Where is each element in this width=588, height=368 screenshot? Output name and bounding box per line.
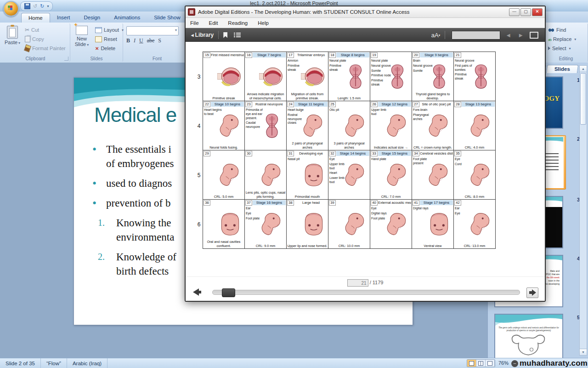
status-slide-count: Slide 2 of 35: [0, 358, 41, 368]
tab-slides[interactable]: Slides: [546, 65, 578, 73]
panel-scrollbar-thumb[interactable]: [580, 73, 586, 125]
chart-cell-21: 21Neural grooveFirst pairs of somitesPri…: [453, 52, 496, 101]
cell-labels: Heart begins to beat: [204, 108, 224, 117]
bookmark-icon[interactable]: [223, 32, 227, 38]
select-button[interactable]: Select: [548, 44, 576, 53]
cell-label: Rostral neuropore closes: [288, 113, 308, 125]
cell-label: Heart bulge: [288, 108, 308, 112]
cell-labels: Neural plateNeural grooveSomitePrimitive…: [371, 59, 391, 88]
page-number-input[interactable]: [347, 279, 368, 287]
cell-caption: CRL: 9.0 mm: [245, 244, 286, 248]
new-slide-icon: [76, 26, 88, 35]
cell-label: Foot plate: [246, 217, 266, 221]
toc-list-icon[interactable]: [234, 32, 241, 38]
chart-cell-38: 38Large headUpper lip and nose formed.: [286, 199, 328, 249]
redo-icon[interactable]: ↻: [40, 4, 44, 9]
chart-cell-31: 31Developing eyeNasal pitPrimordial mout…: [286, 150, 328, 200]
chart-cell-15: 15First missed menstrual periodPrimitive…: [203, 52, 245, 101]
cell-label: First pairs of somites: [455, 64, 475, 72]
undo-icon[interactable]: ↺: [33, 4, 37, 9]
new-slide-button[interactable]: New Slide: [71, 26, 92, 48]
cell-labels: Upper limb bud: [371, 108, 391, 117]
chart-cell-24: 24Stage 11 beginsHeart bulgeRostral neur…: [286, 101, 328, 150]
embryo-illustration-icon: [217, 207, 243, 242]
ribbon-tab-design[interactable]: Design: [77, 13, 107, 23]
shadow-button[interactable]: S: [158, 37, 161, 44]
slide-text-line: environmenta: [116, 230, 174, 244]
delete-button[interactable]: Delete: [95, 44, 124, 53]
prev-page-icon[interactable]: ◄: [505, 32, 511, 39]
cell-caption: CRL: 7.0 mm: [371, 195, 411, 199]
cell-caption: Thyroid gland begins to develop.: [413, 92, 453, 100]
strikethrough-button[interactable]: abe: [147, 37, 155, 44]
cell-label: Ear: [246, 207, 266, 211]
slideshow-button[interactable]: [486, 360, 495, 367]
font-group: B I U abe S Font: [123, 23, 192, 62]
layout-icon: [95, 27, 102, 33]
italic-button[interactable]: I: [134, 37, 136, 44]
next-page-icon[interactable]: ►: [518, 32, 524, 39]
slide-sorter-button[interactable]: [476, 360, 486, 367]
underline-button[interactable]: U: [139, 37, 143, 44]
page-back-arrow[interactable]: [193, 288, 199, 296]
panel-scroll-down-icon[interactable]: ▼: [580, 349, 587, 355]
replace-button[interactable]: Replace: [548, 34, 576, 44]
ribbon-tab-home[interactable]: Home: [21, 13, 50, 23]
menu-reading[interactable]: Reading: [228, 20, 248, 26]
bold-button[interactable]: B: [126, 37, 130, 44]
menu-file[interactable]: File: [190, 20, 199, 26]
maximize-button[interactable]: ▢: [520, 8, 531, 16]
ribbon-tab-slide-show[interactable]: Slide Show: [147, 13, 187, 23]
ribbon-tab-animations[interactable]: Animations: [107, 13, 147, 23]
reset-icon: [95, 36, 102, 42]
qat-dropdown-icon[interactable]: ▾: [47, 4, 49, 8]
office-button[interactable]: [3, 1, 19, 17]
font-select[interactable]: [126, 26, 179, 35]
page-forward-arrow[interactable]: [526, 288, 538, 298]
menu-help[interactable]: Help: [258, 20, 269, 26]
save-icon[interactable]: [24, 3, 30, 9]
page-slider[interactable]: [212, 290, 520, 295]
ade-menubar: FileEditReadingHelp: [186, 18, 545, 28]
cell-label: Heart begins to beat: [204, 108, 224, 116]
panel-scrollbar[interactable]: ▲ ▼: [579, 65, 587, 356]
close-button[interactable]: ✕: [532, 8, 543, 16]
bullet-marker: •: [92, 196, 106, 210]
chart-cell-40: 40External acoustic meatusEyeDigital ray…: [370, 199, 412, 249]
page-slider-thumb[interactable]: [222, 288, 235, 297]
zoom-level[interactable]: 76%: [498, 360, 509, 366]
cell-label: Primitive streak: [371, 79, 391, 87]
copy-button[interactable]: Copy: [25, 34, 66, 44]
find-button[interactable]: Find: [548, 25, 576, 34]
cell-label: Upper limb bud: [329, 162, 350, 171]
cell-label: Neural groove: [371, 64, 391, 68]
cut-button[interactable]: Cut: [25, 25, 66, 34]
cell-caption: CRL: 10.0 mm: [329, 244, 369, 248]
embryo-illustration-icon: [259, 157, 285, 192]
search-input[interactable]: [452, 31, 500, 40]
reset-button[interactable]: Reset: [95, 34, 124, 44]
panel-scroll-up-icon[interactable]: ▲: [580, 66, 587, 72]
stage-header: Stage 14 begins: [336, 151, 369, 156]
font-group-label: Font: [123, 56, 192, 61]
format-painter-button[interactable]: Format Painter: [25, 44, 66, 53]
ribbon-tab-insert[interactable]: Insert: [50, 13, 77, 23]
week-number: 5: [195, 150, 203, 200]
library-back-button[interactable]: Library: [191, 32, 214, 38]
normal-view-button[interactable]: [467, 360, 476, 367]
ade-titlebar[interactable]: Adobe Digital Editions - The Developing …: [186, 6, 545, 18]
fullscreen-icon[interactable]: [530, 32, 538, 39]
cell-header: Cerebral vesicles distinct: [420, 151, 453, 156]
dialog-launcher-icon[interactable]: [64, 57, 68, 61]
cell-label: Eye: [329, 157, 350, 161]
slide-item-text: prevention of b: [106, 196, 171, 210]
cell-number-badge: 15: [204, 52, 210, 58]
menu-edit[interactable]: Edit: [209, 20, 218, 26]
layout-button[interactable]: Layout: [95, 25, 124, 34]
paste-button[interactable]: Paste: [2, 26, 23, 46]
cell-label: Primitive streak: [455, 73, 475, 81]
cell-caption: Arrows indicate migration of mesenchymal…: [245, 92, 286, 100]
ade-app-icon: [188, 8, 195, 16]
font-size-button[interactable]: aA: [431, 32, 440, 39]
minimize-button[interactable]: —: [509, 8, 520, 16]
